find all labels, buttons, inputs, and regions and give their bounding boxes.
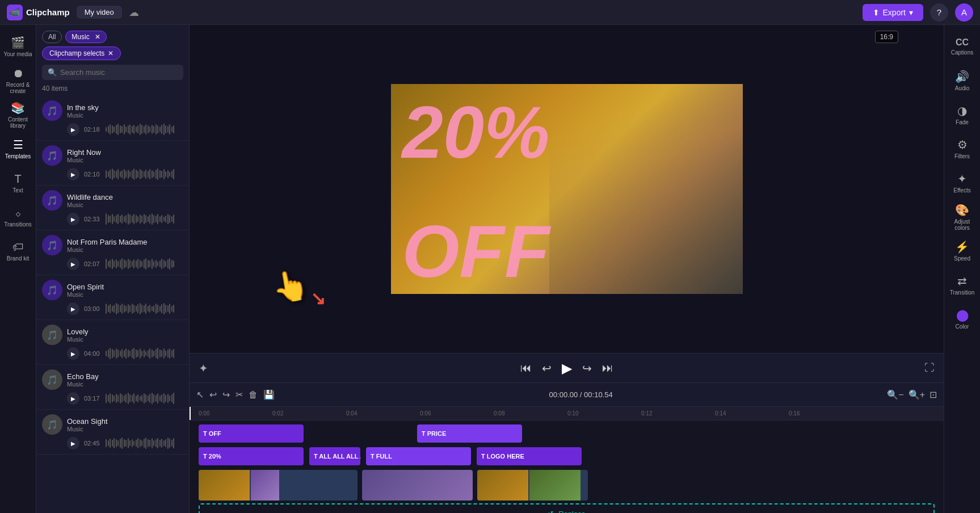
music-item[interactable]: 🎵 Open Spirit Music ▶ 03:00	[36, 275, 189, 320]
video-clip-1[interactable]	[199, 470, 357, 501]
right-nav-adjust-colors[interactable]: 🎨 Adjust colors	[947, 201, 978, 233]
video-clip-2[interactable]	[362, 470, 473, 501]
clip-full[interactable]: T FULL	[366, 447, 471, 465]
replace-bar[interactable]: ↺ Replace	[199, 503, 935, 513]
wave-bar	[141, 395, 142, 402]
sidebar-item-your-media[interactable]: 🎬 Your media	[2, 31, 34, 62]
music-item[interactable]: 🎵 Echo Bay Music ▶ 03:17	[36, 365, 189, 410]
wave-bar	[117, 440, 119, 446]
ffwd-button[interactable]: ⏭	[602, 361, 613, 375]
sidebar-item-content-library[interactable]: 📚 Content library	[2, 99, 34, 131]
wave-bar	[124, 350, 125, 357]
right-nav-fade[interactable]: ◑ Fade	[947, 99, 978, 131]
music-item[interactable]: 🎵 Ocean Sight Music ▶ 02:45	[36, 410, 189, 455]
timeline-tracks: T OFF T PRICE T 20% T ALL ALL ALL A T FU…	[190, 421, 944, 513]
music-item[interactable]: 🎵 Wildlife dance Music ▶ 02:33	[36, 186, 189, 230]
play-music-button[interactable]: ▶	[67, 302, 79, 315]
wave-bar	[161, 259, 162, 269]
play-music-button[interactable]: ▶	[67, 123, 79, 136]
wave-bar	[140, 215, 141, 224]
music-item[interactable]: 🎵 Lovely Music ▶ 04:00	[36, 320, 189, 365]
sidebar-item-templates[interactable]: ☰ Templates	[2, 133, 34, 165]
wave-bar	[173, 260, 174, 267]
color-icon: ⬤	[956, 308, 969, 322]
wave-bar	[132, 261, 133, 267]
sidebar-item-record-create[interactable]: ⏺ Record & create	[2, 65, 34, 96]
music-item[interactable]: 🎵 Right Now Music ▶ 02:10	[36, 141, 189, 186]
wave-bar	[159, 306, 161, 312]
undo-button[interactable]: ↩	[209, 389, 217, 400]
play-music-button[interactable]: ▶	[67, 392, 79, 405]
right-nav-effects[interactable]: ✦ Effects	[947, 167, 978, 199]
delete-button[interactable]: 🗑	[249, 390, 258, 400]
play-music-button[interactable]: ▶	[67, 168, 79, 180]
wave-bar	[120, 125, 121, 133]
music-item-bottom: ▶ 02:45	[42, 437, 183, 449]
sidebar-item-brand-kit[interactable]: 🏷 Brand kit	[2, 235, 34, 267]
video-tab[interactable]: My video	[77, 6, 122, 19]
right-nav-captions[interactable]: CC Captions	[947, 31, 978, 62]
wave-bar	[125, 171, 127, 178]
avatar[interactable]: A	[955, 3, 973, 22]
fit-button[interactable]: ⊡	[929, 389, 937, 400]
music-item[interactable]: 🎵 Not From Paris Madame Music ▶ 02:07	[36, 230, 189, 275]
play-music-button[interactable]: ▶	[67, 437, 79, 449]
sidebar-item-text[interactable]: T Text	[2, 167, 34, 199]
fwd5s-button[interactable]: ↪	[582, 361, 592, 375]
music-category: Music	[67, 112, 183, 119]
clip-logo[interactable]: T LOGO HERE	[477, 447, 582, 465]
cut-button[interactable]: ✂	[235, 389, 243, 400]
clipchamp-selects-close[interactable]: ✕	[108, 49, 113, 57]
help-button[interactable]: ?	[930, 3, 948, 22]
filter-music[interactable]: Music ✕	[65, 31, 107, 43]
clip-off[interactable]: T OFF	[199, 424, 304, 443]
music-item-top: 🎵 Ocean Sight Music	[42, 414, 183, 435]
video-clip-3[interactable]	[477, 470, 588, 501]
right-nav-speed[interactable]: ⚡ Speed	[947, 235, 978, 267]
clip-price[interactable]: T PRICE	[417, 424, 522, 443]
cursor-tool-button[interactable]: ↖	[196, 389, 204, 400]
save-button[interactable]: 💾	[263, 389, 275, 400]
filter-music-close[interactable]: ✕	[95, 33, 100, 41]
wave-bar	[120, 305, 121, 312]
clipchamp-selects-chip[interactable]: Clipchamp selects ✕	[42, 47, 121, 60]
music-info: Open Spirit Music	[67, 283, 183, 298]
sidebar-item-label: Content library	[2, 116, 34, 129]
right-nav-color[interactable]: ⬤ Color	[947, 303, 978, 335]
play-music-button[interactable]: ▶	[67, 347, 79, 360]
clip-20pct[interactable]: T 20%	[199, 447, 304, 465]
topbar-right: ⬆ Export ▾ ? A	[863, 3, 973, 22]
play-button[interactable]: ▶	[562, 360, 572, 376]
right-nav-filters[interactable]: ⚙ Filters	[947, 133, 978, 165]
clip-all[interactable]: T ALL ALL ALL A	[309, 447, 360, 465]
wave-bar	[140, 439, 141, 447]
search-input[interactable]	[60, 68, 178, 77]
wave-bar	[173, 215, 174, 224]
redo-button[interactable]: ↪	[222, 389, 230, 400]
filter-all[interactable]: All	[42, 31, 62, 43]
play-music-button[interactable]: ▶	[67, 258, 79, 270]
right-nav-audio[interactable]: 🔊 Audio	[947, 65, 978, 96]
fullscreen-button[interactable]: ⛶	[924, 362, 935, 374]
magic-button[interactable]: ✦	[199, 361, 208, 375]
wave-bar	[167, 305, 169, 312]
export-button[interactable]: ⬆ Export ▾	[863, 4, 923, 21]
back5s-button[interactable]: ↩	[542, 361, 552, 375]
rewind-button[interactable]: ⏮	[520, 361, 532, 375]
zoom-in-button[interactable]: 🔍+	[909, 389, 925, 400]
wave-bar	[171, 394, 173, 402]
right-nav-transition[interactable]: ⇄ Transition	[947, 269, 978, 301]
play-music-button[interactable]: ▶	[67, 213, 79, 225]
music-duration: 04:00	[84, 350, 101, 357]
playhead[interactable]	[190, 407, 191, 420]
sidebar-item-transitions[interactable]: ⬦ Transitions	[2, 201, 34, 233]
wave-bar	[161, 171, 162, 178]
zoom-out-button[interactable]: 🔍−	[887, 389, 903, 400]
wave-bar	[124, 124, 125, 134]
wave-bar	[149, 215, 150, 224]
track-row-video	[190, 468, 944, 502]
cloud-icon[interactable]: ☁	[129, 6, 139, 19]
music-item[interactable]: 🎵 In the sky Music ▶ 02:18	[36, 96, 189, 141]
wave-bar	[113, 350, 115, 357]
music-category: Music	[67, 381, 183, 388]
